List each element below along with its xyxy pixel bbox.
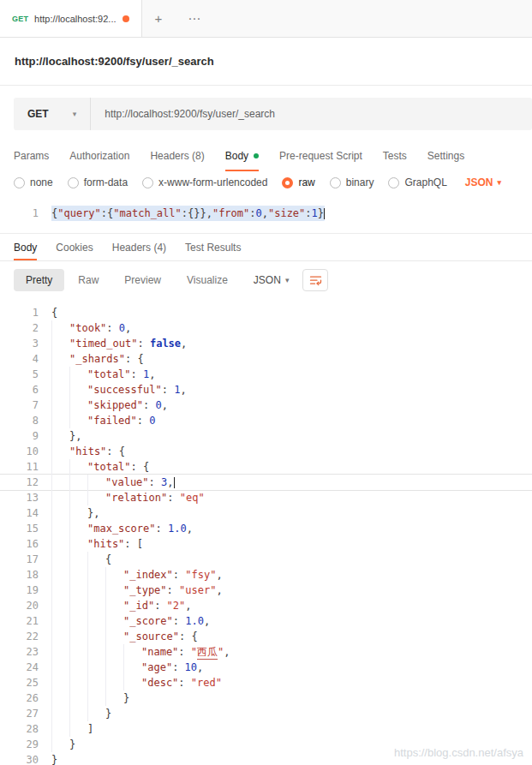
- mode-form-data[interactable]: form-data: [68, 176, 128, 188]
- code-token: "red": [191, 675, 222, 690]
- indent-guide: [51, 475, 69, 490]
- tab-tests[interactable]: Tests: [383, 140, 407, 171]
- wrap-lines-button[interactable]: [302, 269, 328, 291]
- indent-guide: [51, 675, 69, 690]
- line-number: 24: [0, 660, 51, 675]
- indent-guide: [69, 505, 87, 521]
- code-line: 24"age": 10,: [0, 660, 532, 675]
- indent-guide: [69, 521, 87, 536]
- line-number: 4: [0, 351, 51, 367]
- mode-x-www-form-urlencoded[interactable]: x-www-form-urlencoded: [142, 176, 267, 188]
- code-token: "hits": [87, 536, 124, 552]
- response-tab-cookies[interactable]: Cookies: [56, 234, 93, 260]
- indent-guide: [51, 706, 69, 721]
- view-visualize[interactable]: Visualize: [175, 269, 240, 291]
- response-code[interactable]: 1{2"took": 0,3"timed_out": false,4"_shar…: [0, 299, 532, 765]
- code-text: {: [51, 305, 57, 320]
- code-text: }: [51, 752, 57, 765]
- indent-guide: [69, 721, 87, 737]
- tab-bar: GET http://localhost:92... + ⋯: [0, 0, 532, 38]
- tab-options-button[interactable]: ⋯: [175, 0, 213, 37]
- code-token: },: [87, 505, 99, 521]
- code-token: :: [137, 413, 149, 428]
- language-selector[interactable]: JSON ▾: [465, 176, 501, 188]
- code-token: :: [249, 206, 255, 221]
- code-line: 10"hits": {: [0, 444, 532, 459]
- code-line: 18"_index": "fsy",: [0, 567, 532, 583]
- tab-body[interactable]: Body: [225, 140, 259, 171]
- code-line: 13"relation": "eq": [0, 490, 532, 505]
- indent-guide: [51, 320, 69, 336]
- code-token: "_shards": [69, 351, 125, 367]
- chevron-down-icon: ▾: [285, 276, 290, 284]
- code-token: 1.0: [185, 613, 204, 629]
- indent-guide: [69, 598, 87, 613]
- line-number: 7: [0, 397, 51, 413]
- view-preview[interactable]: Preview: [112, 269, 173, 291]
- tab-settings[interactable]: Settings: [427, 140, 464, 171]
- code-token: {: [107, 206, 113, 221]
- request-tab[interactable]: GET http://localhost:92...: [0, 0, 142, 37]
- line-number: 16: [0, 536, 51, 552]
- code-line: 20"_id": "2",: [0, 598, 532, 613]
- tab-pre-request-script[interactable]: Pre-request Script: [279, 140, 362, 171]
- code-token: 3: [161, 475, 167, 490]
- indent-guide: [69, 536, 87, 552]
- mode-binary[interactable]: binary: [330, 176, 374, 188]
- line-number: 11: [0, 459, 51, 475]
- code-token: ,: [162, 397, 168, 413]
- postman-app: GET http://localhost:92... + ⋯ http://lo…: [0, 0, 532, 765]
- tab-authorization[interactable]: Authorization: [69, 140, 129, 171]
- code-token: "max_score": [87, 521, 155, 536]
- indent-guide: [105, 613, 123, 629]
- code-token: {: [51, 305, 57, 320]
- code-token: : {: [125, 351, 144, 367]
- line-number: 10: [0, 444, 51, 459]
- url-input[interactable]: http://localhost:9200/fsy/user/_search: [91, 98, 532, 130]
- code-token: :: [162, 382, 174, 397]
- mode-graphql[interactable]: GraphQL: [388, 176, 446, 188]
- indent-guide: [51, 336, 69, 351]
- view-raw[interactable]: Raw: [66, 269, 111, 291]
- code-text: "skipped": 0,: [51, 397, 168, 413]
- response-language-selector[interactable]: JSON ▾: [254, 274, 290, 286]
- line-number: 2: [0, 320, 51, 336]
- tab-headers[interactable]: Headers (8): [150, 140, 204, 171]
- request-body-editor[interactable]: 1 {"query":{"match_all":{}},"from":0,"si…: [0, 199, 532, 234]
- code-text: "_index": "fsy",: [51, 567, 223, 583]
- response-tab-headers[interactable]: Headers (4): [112, 234, 166, 260]
- radio-icon: [282, 177, 293, 188]
- code-token: "size": [268, 206, 305, 221]
- code-text: "relation": "eq": [51, 490, 205, 505]
- code-line: 4"_shards": {: [0, 351, 532, 367]
- code-token: ,: [181, 336, 187, 351]
- tab-label: Body: [225, 150, 248, 162]
- code-token: ,: [149, 367, 155, 382]
- indent-guide: [51, 413, 69, 428]
- view-pretty[interactable]: Pretty: [14, 269, 64, 291]
- code-token: "query": [57, 206, 101, 221]
- mode-raw[interactable]: raw: [282, 176, 314, 188]
- mode-none[interactable]: none: [14, 176, 53, 188]
- code-text: "took": 0,: [51, 320, 131, 336]
- response-tab-body[interactable]: Body: [14, 234, 37, 260]
- code-text: "failed": 0: [51, 413, 155, 428]
- code-token: "timed_out": [69, 336, 137, 351]
- indent-guide: [69, 397, 87, 413]
- indent-guide: [123, 644, 141, 660]
- code-token: ,: [185, 598, 191, 613]
- response-tab-test-results[interactable]: Test Results: [185, 234, 241, 260]
- line-number: 1: [0, 206, 51, 221]
- code-token: "_id": [123, 598, 154, 613]
- new-tab-button[interactable]: +: [142, 0, 176, 37]
- method-selector[interactable]: GET ▾: [14, 98, 91, 130]
- code-token: :: [178, 644, 190, 660]
- indent-guide: [51, 444, 69, 459]
- indent-guide: [87, 552, 105, 567]
- code-token: :: [131, 367, 143, 382]
- tab-params[interactable]: Params: [14, 140, 49, 171]
- indent-guide: [51, 351, 69, 367]
- indent-guide: [69, 660, 87, 675]
- code-token: ,: [197, 660, 203, 675]
- code-token: ,: [180, 382, 186, 397]
